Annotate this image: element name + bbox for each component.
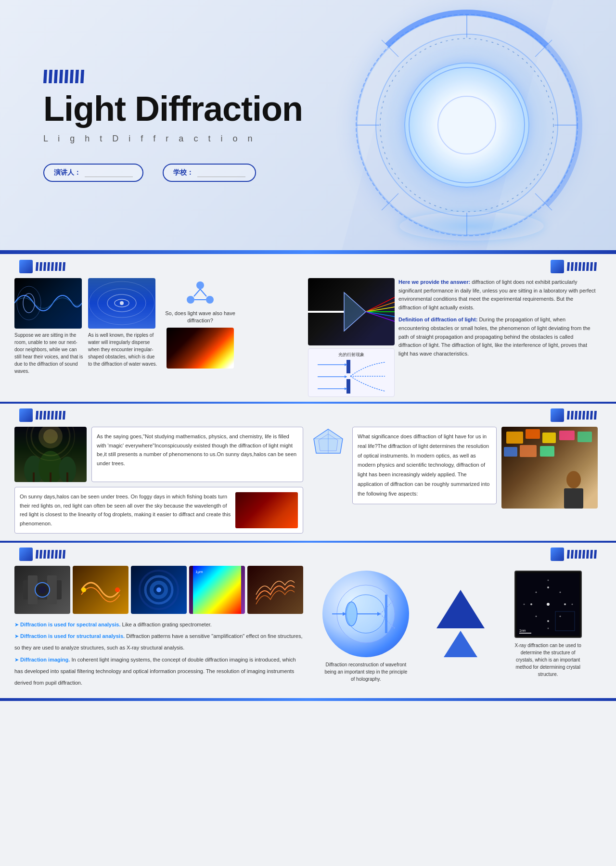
- presenter-label: 演讲人：: [54, 168, 81, 177]
- red-light-image: [235, 492, 298, 528]
- svg-line-28: [366, 302, 395, 312]
- gear-svg: [350, 9, 583, 242]
- section1-content: Suppose we are sitting in the room, unab…: [0, 273, 616, 402]
- instrument-5-image: [247, 566, 303, 614]
- section-icon-4: [551, 408, 564, 422]
- svg-point-87: [530, 603, 532, 605]
- presenter-school-row: 演讲人： 学校：: [43, 164, 256, 182]
- svg-point-12: [23, 293, 35, 313]
- svg-rect-56: [578, 432, 592, 442]
- bullet-3: ➤ Diffraction imaging. In coherent light…: [14, 654, 303, 689]
- s3-right-panel: Diffraction reconstruction of wavefront …: [309, 566, 598, 688]
- svg-rect-43: [33, 472, 35, 482]
- s2-left-header: [19, 408, 65, 422]
- svg-point-3: [438, 96, 496, 154]
- svg-line-23: [200, 289, 206, 296]
- surface-3d-svg: [247, 566, 303, 614]
- holography-col: Diffraction reconstruction of wavefront …: [322, 571, 409, 683]
- svg-line-32: [366, 312, 395, 321]
- svg-rect-59: [540, 446, 554, 457]
- water-image: [88, 278, 155, 329]
- section-stripes-5: [36, 550, 65, 559]
- svg-point-67: [81, 587, 86, 592]
- s2-right-icons: [309, 427, 347, 460]
- section-icon-6: [551, 548, 564, 561]
- section-icon-2: [551, 260, 564, 273]
- section2-content: As the saying goes,"Not studying mathema…: [0, 422, 616, 541]
- instrument-2-image: [73, 566, 128, 614]
- phenomenon-col: 光的衍射现象: [308, 278, 395, 397]
- svg-rect-34: [346, 379, 350, 394]
- s3-right-header: [551, 548, 597, 561]
- svg-point-95: [523, 604, 525, 605]
- svg-point-18: [120, 301, 124, 305]
- section-icon-3: [19, 408, 33, 422]
- svg-rect-55: [559, 431, 575, 440]
- xray-caption: X-ray diffraction can be used to determi…: [512, 642, 584, 678]
- office-svg: [501, 427, 598, 509]
- question-text: So, does light wave also have diffractio…: [162, 310, 239, 325]
- svg-point-92: [559, 592, 561, 593]
- section3-header: [0, 543, 616, 561]
- s2-left-panel: As the saying goes,"Not studying mathema…: [14, 427, 303, 534]
- diffraction-pattern-svg: [131, 566, 187, 614]
- svg-rect-61: [564, 488, 583, 509]
- school-label: 学校：: [173, 168, 193, 177]
- significance-box: What significance does diffraction of li…: [352, 427, 497, 504]
- quote-text: As the saying goes,"Not studying mathema…: [97, 432, 298, 468]
- s1-right-header: [551, 260, 597, 273]
- svg-rect-33: [346, 360, 350, 373]
- svg-rect-54: [542, 433, 556, 443]
- bullet-1: ➤ Diffraction is used for spectral analy…: [14, 619, 303, 630]
- diffraction-diagram-svg: [313, 360, 390, 394]
- water-ripple-svg: [88, 278, 155, 329]
- stripe-3: [54, 70, 58, 83]
- svg-point-19: [196, 281, 204, 289]
- presenter-badge: 演讲人：: [43, 164, 143, 182]
- svg-point-89: [535, 592, 537, 593]
- fiber-svg: [73, 566, 128, 614]
- instrument-3-image: [131, 566, 187, 614]
- svg-rect-53: [526, 429, 540, 439]
- bullet1-text: Like a diffraction grating spectrometer.: [122, 622, 212, 627]
- bullet-list: ➤ Diffraction is used for spectral analy…: [14, 619, 303, 688]
- svg-rect-45: [66, 472, 68, 482]
- stripe-5: [64, 70, 68, 83]
- stripe-7: [75, 70, 79, 83]
- svg-point-39: [43, 429, 58, 444]
- presenter-value[interactable]: [85, 168, 133, 177]
- sound-col: Suppose we are sitting in the room, unab…: [14, 278, 84, 397]
- svg-point-13: [17, 286, 41, 320]
- s3-left-header: [19, 548, 65, 561]
- bottom-bar: [0, 698, 616, 701]
- hero-subtitle: L i g h t D i f f r a c t i o n: [43, 134, 256, 144]
- office-image: [501, 427, 598, 509]
- question-col: So, does light wave also have diffractio…: [162, 278, 239, 397]
- xray-svg: 1nm: [517, 573, 579, 636]
- instruments-row: 1μm: [14, 566, 303, 614]
- svg-line-22: [194, 289, 200, 296]
- s1-left-header: [19, 260, 65, 273]
- stripe-1: [43, 70, 47, 83]
- stripe-2: [49, 70, 52, 83]
- triangle-large: [436, 590, 485, 628]
- school-value[interactable]: [197, 168, 245, 177]
- svg-point-88: [564, 603, 566, 605]
- svg-point-96: [571, 604, 573, 605]
- section2-header: [0, 404, 616, 422]
- section-stripes-4: [567, 411, 597, 420]
- section-icon-5: [19, 548, 33, 561]
- svg-point-20: [187, 296, 194, 304]
- significance-text: What significance does diffraction of li…: [358, 432, 491, 499]
- xray-col: 1nm X-ray diffraction can be used to det…: [512, 571, 584, 678]
- sound-wave-svg: [14, 278, 82, 329]
- section-icon-1: [19, 260, 33, 273]
- stripe-6: [70, 70, 74, 83]
- sound-text: Suppose we are sitting in the room, unab…: [14, 331, 84, 375]
- quote-row: As the saying goes,"Not studying mathema…: [14, 427, 303, 482]
- svg-point-60: [566, 471, 581, 488]
- s1-right-content: 光的衍射现象: [308, 278, 597, 397]
- platform-ellipse: [399, 212, 544, 241]
- holo-caption: Diffraction reconstruction of wavefront …: [322, 661, 409, 683]
- bullet1-bold: Diffraction is used for spectral analysi…: [20, 622, 120, 627]
